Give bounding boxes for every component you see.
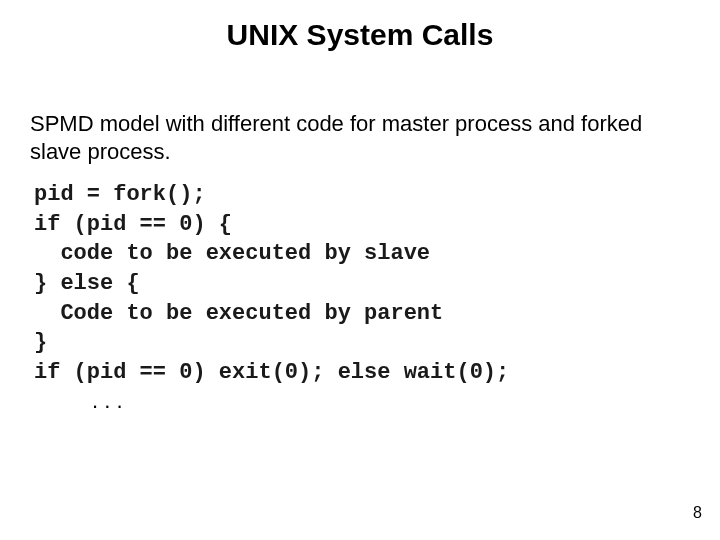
page-number: 8: [693, 504, 702, 522]
code-line: if (pid == 0) {: [34, 212, 232, 237]
vertical-ellipsis-icon: . . .: [92, 396, 123, 406]
code-line: code to be executed by slave: [34, 241, 430, 266]
code-line: pid = fork();: [34, 182, 206, 207]
page-title: UNIX System Calls: [0, 18, 720, 52]
code-line: Code to be executed by parent: [34, 301, 443, 326]
slide: UNIX System Calls SPMD model with differ…: [0, 0, 720, 540]
code-block: pid = fork(); if (pid == 0) { code to be…: [34, 180, 509, 388]
body-paragraph: SPMD model with different code for maste…: [30, 110, 680, 165]
code-line: }: [34, 330, 47, 355]
code-line: if (pid == 0) exit(0); else wait(0);: [34, 360, 509, 385]
code-line: } else {: [34, 271, 140, 296]
